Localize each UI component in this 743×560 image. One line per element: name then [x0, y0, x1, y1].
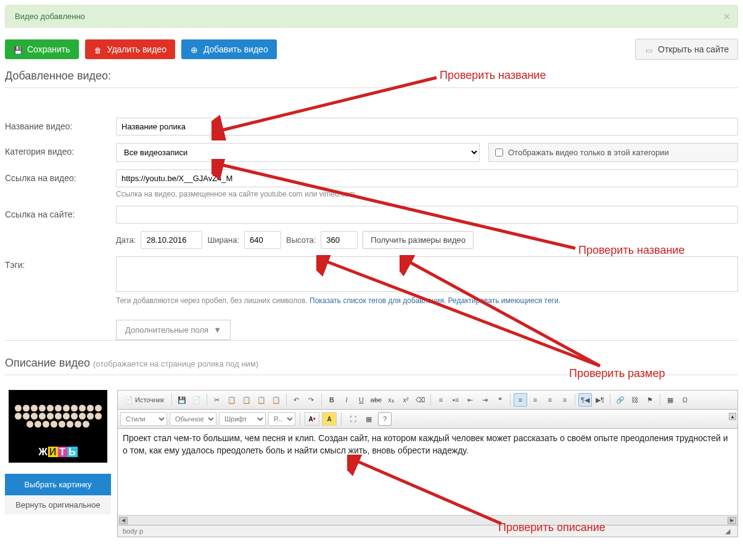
get-video-size-button[interactable]: Получить размеры видео	[363, 231, 474, 249]
tags-hint: Теги добавляются через пробел, без лишни…	[116, 296, 738, 305]
redo-button[interactable]: ↷	[305, 393, 318, 407]
choose-image-button[interactable]: Выбрать картинку	[5, 474, 111, 495]
underline-button[interactable]: U	[355, 393, 368, 407]
label-video-link: Ссылка на видео:	[5, 169, 116, 183]
editor-toolbar-row2: Стили Обычное Шрифт Р... A▾ A ⛶ ▦ ?	[118, 410, 737, 429]
bold-button[interactable]: B	[325, 393, 339, 407]
date-input[interactable]	[141, 231, 202, 249]
revert-image-button[interactable]: Вернуть оригинальное	[5, 495, 111, 514]
only-category-checkbox[interactable]	[495, 148, 503, 156]
save-icon	[14, 45, 22, 54]
section-description-title: Описание видео (отображается на странице…	[5, 357, 738, 375]
styles-select[interactable]: Стили	[120, 412, 167, 426]
extra-fields-button[interactable]: Дополнительные поля▼	[116, 320, 231, 340]
trash-icon	[94, 45, 102, 54]
height-input[interactable]	[321, 231, 358, 249]
success-alert: Видео добавленно ×	[5, 5, 738, 28]
rtl-button[interactable]: ▶¶	[593, 393, 607, 407]
label-width: Ширана:	[207, 235, 239, 245]
toolbar-collapse-button[interactable]: ▲	[729, 413, 736, 420]
window-icon	[644, 45, 653, 54]
tags-input[interactable]	[116, 256, 738, 292]
alert-text: Видео добавленно	[15, 12, 85, 21]
video-category-select[interactable]: Все видеозаписи	[116, 143, 480, 162]
blockquote-button[interactable]: ❝	[493, 393, 507, 407]
editor-horizontal-scrollbar[interactable]: ◀▶	[118, 515, 737, 525]
label-video-title: Название видео:	[5, 118, 116, 131]
align-center-button[interactable]: ≡	[528, 393, 542, 407]
save-icon-button[interactable]: 💾	[175, 393, 189, 407]
link-button[interactable]: 🔗	[614, 393, 627, 407]
subscript-button[interactable]: x₂	[384, 393, 398, 407]
label-site-link: Ссылка на сайте:	[5, 206, 116, 219]
site-link-input[interactable]	[116, 206, 738, 224]
label-date: Дата:	[116, 235, 136, 245]
rich-text-editor: 📄 Источник 💾 📄 ✂ 📋 📋 📋 📋 ↶ ↷ B I U abc x…	[117, 390, 738, 537]
remove-format-button[interactable]: ⌫	[414, 393, 427, 407]
open-on-site-button[interactable]: Открыть на сайте	[635, 39, 738, 60]
label-tags: Тэги:	[5, 256, 116, 270]
table-button[interactable]: ▦	[663, 393, 677, 407]
about-button[interactable]: ?	[378, 412, 392, 426]
anchor-button[interactable]: ⚑	[643, 393, 657, 407]
superscript-button[interactable]: x²	[399, 393, 413, 407]
italic-button[interactable]: I	[340, 393, 353, 407]
indent-button[interactable]: ⇥	[478, 393, 492, 407]
bg-color-button[interactable]: A	[322, 412, 337, 426]
delete-video-button[interactable]: Удалить видео	[85, 39, 175, 59]
strike-button[interactable]: abc	[369, 393, 383, 407]
paste-button[interactable]: 📋	[240, 393, 253, 407]
format-select[interactable]: Обычное	[170, 412, 216, 426]
align-right-button[interactable]: ≡	[543, 393, 557, 407]
bulleted-list-button[interactable]: •≡	[449, 393, 462, 407]
label-height: Высота:	[286, 235, 316, 245]
ltr-button[interactable]: ¶◀	[578, 393, 592, 407]
font-select[interactable]: Шрифт	[219, 412, 266, 426]
numbered-list-button[interactable]: ≡	[434, 393, 448, 407]
show-tags-link[interactable]: Показать список тегов для добавления.	[310, 296, 446, 305]
label-video-category: Категория видео:	[5, 143, 116, 156]
maximize-button[interactable]: ⛶	[346, 412, 359, 426]
outdent-button[interactable]: ⇤	[464, 393, 477, 407]
only-category-checkbox-wrap[interactable]: Отображать видео только в этой категории	[488, 143, 738, 162]
video-thumbnail: ЖИТЬ	[9, 390, 107, 463]
editor-content-area[interactable]: Проект стал чем-то большим, чем песня и …	[118, 429, 737, 515]
cut-button[interactable]: ✂	[210, 393, 224, 407]
video-title-input[interactable]	[116, 118, 738, 136]
source-button[interactable]: 📄 Источник	[120, 393, 168, 407]
special-char-button[interactable]: Ω	[678, 393, 692, 407]
editor-toolbar-row1: 📄 Источник 💾 📄 ✂ 📋 📋 📋 📋 ↶ ↷ B I U abc x…	[118, 391, 737, 410]
paste-word-button[interactable]: 📋	[269, 393, 283, 407]
align-justify-button[interactable]: ≡	[558, 393, 572, 407]
add-video-button[interactable]: Добавить видео	[181, 39, 277, 59]
copy-button[interactable]: 📋	[225, 393, 239, 407]
align-left-button[interactable]: ≡	[514, 393, 527, 407]
save-button[interactable]: Сохранить	[5, 39, 79, 59]
unlink-button[interactable]: ⛓	[628, 393, 642, 407]
width-input[interactable]	[244, 231, 281, 249]
size-select[interactable]: Р...	[268, 412, 295, 426]
triangle-down-icon: ▼	[213, 325, 221, 335]
paste-text-button[interactable]: 📋	[255, 393, 268, 407]
close-icon[interactable]: ×	[723, 10, 730, 23]
video-link-input[interactable]	[116, 169, 738, 187]
plus-icon	[190, 45, 199, 54]
undo-button[interactable]: ↶	[290, 393, 303, 407]
editor-resize-handle[interactable]: ◢	[725, 527, 733, 535]
editor-elements-path[interactable]: body p	[123, 527, 143, 535]
edit-tags-link[interactable]: Редактировать имеющиеся теги.	[448, 296, 560, 305]
show-blocks-button[interactable]: ▦	[362, 412, 376, 426]
video-link-hint: Ссылка на видео, размещенное на сайте yo…	[116, 190, 738, 198]
section-added-video-title: Добавленное видео:	[5, 70, 738, 88]
text-color-button[interactable]: A▾	[305, 412, 319, 426]
new-page-button[interactable]: 📄	[190, 393, 203, 407]
